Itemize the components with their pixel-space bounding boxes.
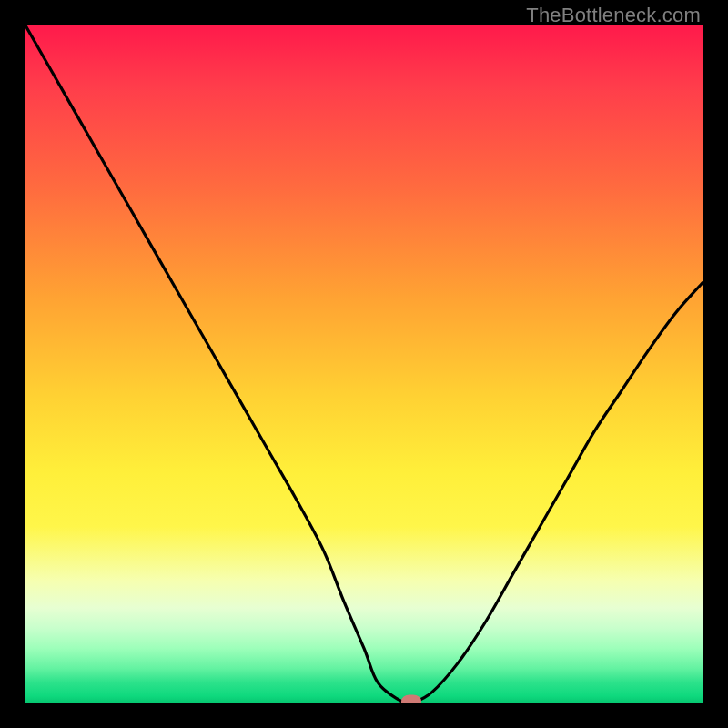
bottleneck-curve <box>25 25 703 703</box>
chart-frame: TheBottleneck.com <box>0 0 728 728</box>
plot-area <box>25 25 703 703</box>
optimal-point-marker <box>401 695 421 703</box>
attribution-text: TheBottleneck.com <box>526 4 701 27</box>
